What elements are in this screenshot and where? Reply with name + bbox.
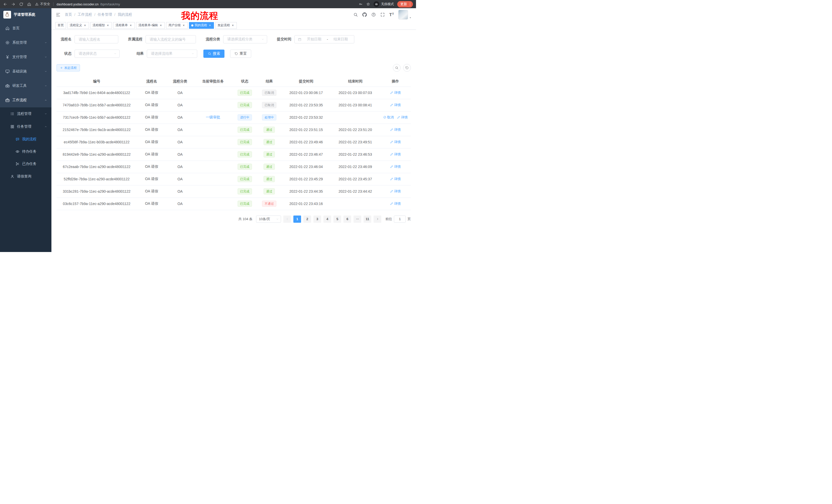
tab-close-icon[interactable]: × bbox=[182, 24, 185, 27]
reset-button[interactable]: 重置 bbox=[230, 50, 251, 58]
browser-forward-icon[interactable] bbox=[11, 2, 16, 6]
detail-link[interactable]: 详情 bbox=[390, 103, 401, 107]
process-name-input[interactable] bbox=[75, 35, 118, 44]
tab-close-icon[interactable]: × bbox=[208, 24, 212, 27]
tab-process-form[interactable]: 流程表单× bbox=[113, 22, 135, 29]
sidebar-item-my-process[interactable]: 我的流程 bbox=[0, 133, 51, 145]
toggle-search-button[interactable] bbox=[393, 64, 400, 72]
table-row: 03c6c157-7b9a-11ec-a290-acde48001122 OA … bbox=[57, 198, 411, 210]
cell-category: OA bbox=[166, 111, 193, 123]
page-size-select[interactable]: 10条/页 bbox=[256, 216, 281, 223]
tab-process-model[interactable]: 流程模型× bbox=[90, 22, 112, 29]
more-pages-icon[interactable] bbox=[354, 216, 361, 223]
sidebar-item-workflow[interactable]: 工作流程 bbox=[0, 93, 51, 107]
detail-link[interactable]: 详情 bbox=[397, 115, 408, 120]
process-definition-input[interactable] bbox=[146, 35, 196, 44]
avatar[interactable] bbox=[398, 10, 408, 20]
sidebar-item-infrastructure[interactable]: 基础设施 bbox=[0, 64, 51, 79]
sidebar-item-done-tasks[interactable]: 已办任务 bbox=[0, 158, 51, 170]
tab-process-definition[interactable]: 流程定义× bbox=[67, 22, 89, 29]
detail-link[interactable]: 详情 bbox=[390, 128, 401, 132]
sidebar-item-payment[interactable]: 支付管理 bbox=[0, 50, 51, 64]
breadcrumb-item[interactable]: 工作流程 bbox=[78, 12, 92, 17]
search-icon[interactable] bbox=[353, 12, 358, 17]
status-select[interactable]: 请选择状态 bbox=[75, 50, 120, 58]
sidebar-item-home[interactable]: 首页 bbox=[0, 21, 51, 35]
tab-home[interactable]: 首页 bbox=[55, 22, 66, 29]
sidebar-item-task-mgmt[interactable]: 任务管理 bbox=[0, 120, 51, 133]
detail-label: 详情 bbox=[394, 90, 401, 95]
result-select[interactable]: 请选择流结果 bbox=[147, 50, 197, 58]
page-button-last[interactable]: 11 bbox=[364, 216, 371, 223]
address-bar[interactable]: 不安全 dashboard.yudao.iocoder.cn/bpm/task/… bbox=[35, 2, 359, 6]
monitor-icon bbox=[5, 69, 10, 74]
fullscreen-icon[interactable] bbox=[380, 12, 385, 17]
app-logo[interactable]: 芋道管理系统 bbox=[0, 8, 51, 21]
help-icon[interactable] bbox=[371, 12, 376, 17]
cell-task: 一级审批 bbox=[193, 111, 232, 123]
bookmark-star-icon[interactable] bbox=[366, 2, 370, 6]
tab-process-form-edit[interactable]: 流程表单-编辑× bbox=[136, 22, 165, 29]
page-button-2[interactable]: 2 bbox=[303, 216, 311, 223]
tab-user-group[interactable]: 用户分组× bbox=[166, 22, 188, 29]
page-button-3[interactable]: 3 bbox=[313, 216, 321, 223]
result-label: 结果 bbox=[126, 51, 144, 56]
cancel-link[interactable]: 取消 bbox=[383, 115, 394, 120]
next-page-button[interactable] bbox=[373, 216, 381, 223]
page-button-1[interactable]: 1 bbox=[293, 216, 301, 223]
tab-close-icon[interactable]: × bbox=[129, 24, 132, 27]
sidebar-item-todo-tasks[interactable]: 待办任务 bbox=[0, 145, 51, 158]
date-end-placeholder: 结束日期 bbox=[330, 37, 351, 41]
tab-close-icon[interactable]: × bbox=[159, 24, 162, 27]
tab-label: 流程模型 bbox=[93, 23, 105, 27]
browser-home-icon[interactable] bbox=[27, 2, 31, 6]
sidebar-item-devtools[interactable]: 研发工具 bbox=[0, 79, 51, 93]
initiate-process-button[interactable]: 发起流程 bbox=[57, 64, 80, 72]
github-icon[interactable] bbox=[362, 12, 367, 17]
tab-close-icon[interactable]: × bbox=[83, 24, 87, 27]
browser-menu-icon[interactable] bbox=[408, 2, 412, 6]
search-button[interactable]: 搜索 bbox=[203, 50, 225, 58]
tab-my-process[interactable]: 我的流程× bbox=[189, 22, 214, 29]
cell-status: 已完成 bbox=[232, 123, 257, 136]
goto-page-input[interactable] bbox=[394, 216, 406, 223]
tab-initiate-process[interactable]: 发起流程× bbox=[215, 22, 237, 29]
detail-link[interactable]: 详情 bbox=[390, 164, 401, 169]
cell-task bbox=[193, 123, 232, 136]
detail-link[interactable]: 详情 bbox=[390, 152, 401, 157]
sidebar-item-leave-query[interactable]: 请假查询 bbox=[0, 170, 51, 183]
date-range-picker[interactable]: 开始日期 - 结束日期 bbox=[294, 35, 354, 44]
page-button-6[interactable]: 6 bbox=[343, 216, 351, 223]
update-button[interactable]: 更新 bbox=[397, 1, 413, 7]
browser-reload-icon[interactable] bbox=[19, 2, 23, 6]
category-label: 流程分类 bbox=[202, 37, 220, 41]
category-select[interactable]: 请选择流程分类 bbox=[223, 35, 267, 44]
tab-close-icon[interactable]: × bbox=[106, 24, 109, 27]
hamburger-icon[interactable] bbox=[55, 12, 61, 17]
detail-link[interactable]: 详情 bbox=[390, 90, 401, 95]
page-button-5[interactable]: 5 bbox=[334, 216, 341, 223]
detail-link[interactable]: 详情 bbox=[390, 140, 401, 144]
browser-back-icon[interactable] bbox=[3, 2, 7, 6]
sidebar-top: 芋道管理系统 首页 系统管理 支付管理 基础设施 研发工具 工作流程 bbox=[0, 8, 51, 107]
filter-submit-time: 提交时间 开始日期 - 结束日期 bbox=[273, 35, 354, 44]
filter-status: 状态 请选择状态 bbox=[57, 50, 120, 58]
detail-link[interactable]: 详情 bbox=[390, 189, 401, 194]
col-result: 结果 bbox=[257, 76, 282, 87]
detail-link[interactable]: 详情 bbox=[390, 201, 401, 206]
user-menu[interactable] bbox=[398, 10, 412, 20]
sidebar-item-system[interactable]: 系统管理 bbox=[0, 35, 51, 50]
detail-link[interactable]: 详情 bbox=[390, 177, 401, 181]
page-button-4[interactable]: 4 bbox=[323, 216, 331, 223]
sidebar-item-process-mgmt[interactable]: 流程管理 bbox=[0, 107, 51, 120]
refresh-table-button[interactable] bbox=[403, 64, 411, 72]
font-size-icon[interactable]: TT bbox=[389, 12, 394, 17]
password-key-icon[interactable] bbox=[359, 2, 363, 6]
prev-page-button[interactable] bbox=[283, 216, 291, 223]
breadcrumb-item[interactable]: 首页 bbox=[65, 12, 72, 17]
current-task-link[interactable]: 一级审批 bbox=[206, 115, 220, 119]
tab-close-icon[interactable]: × bbox=[231, 24, 234, 27]
breadcrumb-item: 我的流程 bbox=[118, 12, 132, 17]
breadcrumb-item[interactable]: 任务管理 bbox=[98, 12, 112, 17]
chevron-down-icon bbox=[44, 112, 47, 115]
